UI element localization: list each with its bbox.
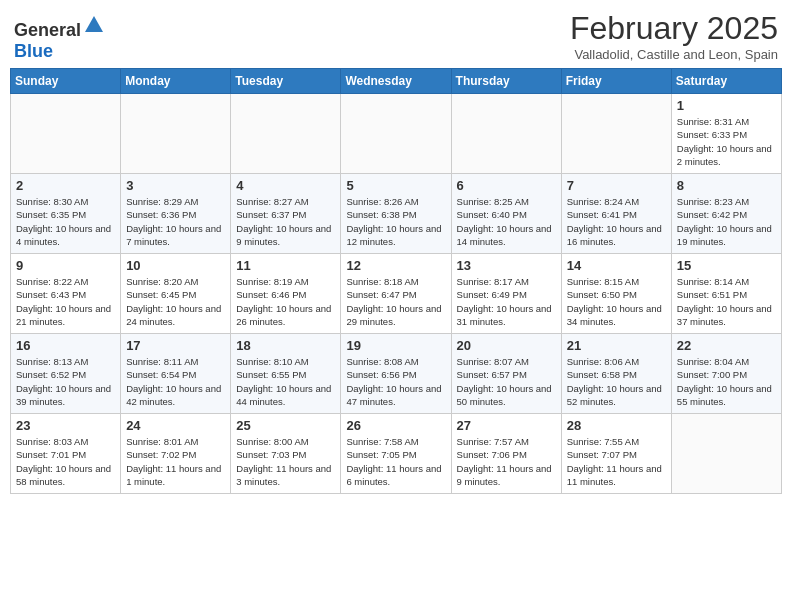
weekday-sunday: Sunday [11, 69, 121, 94]
weekday-wednesday: Wednesday [341, 69, 451, 94]
day-number: 3 [126, 178, 225, 193]
day-info: Sunrise: 8:25 AM Sunset: 6:40 PM Dayligh… [457, 195, 556, 248]
calendar-cell: 5Sunrise: 8:26 AM Sunset: 6:38 PM Daylig… [341, 174, 451, 254]
calendar-week-4: 16Sunrise: 8:13 AM Sunset: 6:52 PM Dayli… [11, 334, 782, 414]
svg-marker-0 [85, 16, 103, 32]
calendar-cell: 12Sunrise: 8:18 AM Sunset: 6:47 PM Dayli… [341, 254, 451, 334]
day-number: 22 [677, 338, 776, 353]
day-info: Sunrise: 8:27 AM Sunset: 6:37 PM Dayligh… [236, 195, 335, 248]
weekday-saturday: Saturday [671, 69, 781, 94]
calendar-week-2: 2Sunrise: 8:30 AM Sunset: 6:35 PM Daylig… [11, 174, 782, 254]
calendar-cell: 14Sunrise: 8:15 AM Sunset: 6:50 PM Dayli… [561, 254, 671, 334]
calendar-week-1: 1Sunrise: 8:31 AM Sunset: 6:33 PM Daylig… [11, 94, 782, 174]
day-number: 28 [567, 418, 666, 433]
day-info: Sunrise: 8:26 AM Sunset: 6:38 PM Dayligh… [346, 195, 445, 248]
logo-blue: Blue [14, 41, 53, 61]
day-number: 7 [567, 178, 666, 193]
calendar-cell [451, 94, 561, 174]
weekday-friday: Friday [561, 69, 671, 94]
calendar-cell: 22Sunrise: 8:04 AM Sunset: 7:00 PM Dayli… [671, 334, 781, 414]
calendar-table: SundayMondayTuesdayWednesdayThursdayFrid… [10, 68, 782, 494]
day-number: 10 [126, 258, 225, 273]
calendar-cell [11, 94, 121, 174]
calendar-cell: 18Sunrise: 8:10 AM Sunset: 6:55 PM Dayli… [231, 334, 341, 414]
weekday-header-row: SundayMondayTuesdayWednesdayThursdayFrid… [11, 69, 782, 94]
day-number: 2 [16, 178, 115, 193]
calendar-cell [671, 414, 781, 494]
day-info: Sunrise: 8:24 AM Sunset: 6:41 PM Dayligh… [567, 195, 666, 248]
calendar-cell: 24Sunrise: 8:01 AM Sunset: 7:02 PM Dayli… [121, 414, 231, 494]
day-info: Sunrise: 8:08 AM Sunset: 6:56 PM Dayligh… [346, 355, 445, 408]
calendar-cell [231, 94, 341, 174]
day-number: 17 [126, 338, 225, 353]
calendar-cell: 20Sunrise: 8:07 AM Sunset: 6:57 PM Dayli… [451, 334, 561, 414]
calendar-cell: 11Sunrise: 8:19 AM Sunset: 6:46 PM Dayli… [231, 254, 341, 334]
calendar-cell [341, 94, 451, 174]
day-info: Sunrise: 8:15 AM Sunset: 6:50 PM Dayligh… [567, 275, 666, 328]
calendar-cell: 4Sunrise: 8:27 AM Sunset: 6:37 PM Daylig… [231, 174, 341, 254]
calendar-cell: 16Sunrise: 8:13 AM Sunset: 6:52 PM Dayli… [11, 334, 121, 414]
calendar-cell [561, 94, 671, 174]
calendar-week-5: 23Sunrise: 8:03 AM Sunset: 7:01 PM Dayli… [11, 414, 782, 494]
calendar-cell [121, 94, 231, 174]
day-info: Sunrise: 8:30 AM Sunset: 6:35 PM Dayligh… [16, 195, 115, 248]
logo-general: General [14, 20, 81, 40]
calendar-cell: 2Sunrise: 8:30 AM Sunset: 6:35 PM Daylig… [11, 174, 121, 254]
day-number: 20 [457, 338, 556, 353]
day-info: Sunrise: 8:04 AM Sunset: 7:00 PM Dayligh… [677, 355, 776, 408]
calendar-cell: 9Sunrise: 8:22 AM Sunset: 6:43 PM Daylig… [11, 254, 121, 334]
calendar-cell: 26Sunrise: 7:58 AM Sunset: 7:05 PM Dayli… [341, 414, 451, 494]
day-info: Sunrise: 8:03 AM Sunset: 7:01 PM Dayligh… [16, 435, 115, 488]
day-info: Sunrise: 8:31 AM Sunset: 6:33 PM Dayligh… [677, 115, 776, 168]
calendar-cell: 27Sunrise: 7:57 AM Sunset: 7:06 PM Dayli… [451, 414, 561, 494]
day-number: 11 [236, 258, 335, 273]
day-info: Sunrise: 7:58 AM Sunset: 7:05 PM Dayligh… [346, 435, 445, 488]
weekday-thursday: Thursday [451, 69, 561, 94]
calendar-cell: 19Sunrise: 8:08 AM Sunset: 6:56 PM Dayli… [341, 334, 451, 414]
weekday-tuesday: Tuesday [231, 69, 341, 94]
day-info: Sunrise: 8:22 AM Sunset: 6:43 PM Dayligh… [16, 275, 115, 328]
day-number: 23 [16, 418, 115, 433]
day-info: Sunrise: 8:10 AM Sunset: 6:55 PM Dayligh… [236, 355, 335, 408]
day-info: Sunrise: 8:00 AM Sunset: 7:03 PM Dayligh… [236, 435, 335, 488]
logo-icon [83, 14, 105, 36]
calendar-header: SundayMondayTuesdayWednesdayThursdayFrid… [11, 69, 782, 94]
day-info: Sunrise: 8:18 AM Sunset: 6:47 PM Dayligh… [346, 275, 445, 328]
location-subtitle: Valladolid, Castille and Leon, Spain [570, 47, 778, 62]
calendar-cell: 21Sunrise: 8:06 AM Sunset: 6:58 PM Dayli… [561, 334, 671, 414]
calendar-cell: 1Sunrise: 8:31 AM Sunset: 6:33 PM Daylig… [671, 94, 781, 174]
day-number: 19 [346, 338, 445, 353]
logo-wordmark: General Blue [14, 14, 105, 62]
day-number: 25 [236, 418, 335, 433]
day-info: Sunrise: 8:29 AM Sunset: 6:36 PM Dayligh… [126, 195, 225, 248]
day-info: Sunrise: 8:23 AM Sunset: 6:42 PM Dayligh… [677, 195, 776, 248]
day-info: Sunrise: 8:19 AM Sunset: 6:46 PM Dayligh… [236, 275, 335, 328]
calendar-cell: 17Sunrise: 8:11 AM Sunset: 6:54 PM Dayli… [121, 334, 231, 414]
day-info: Sunrise: 7:55 AM Sunset: 7:07 PM Dayligh… [567, 435, 666, 488]
calendar-cell: 13Sunrise: 8:17 AM Sunset: 6:49 PM Dayli… [451, 254, 561, 334]
day-number: 14 [567, 258, 666, 273]
page-header: General Blue February 2025 Valladolid, C… [10, 10, 782, 62]
day-number: 8 [677, 178, 776, 193]
title-section: February 2025 Valladolid, Castille and L… [570, 10, 778, 62]
day-info: Sunrise: 8:14 AM Sunset: 6:51 PM Dayligh… [677, 275, 776, 328]
day-info: Sunrise: 8:11 AM Sunset: 6:54 PM Dayligh… [126, 355, 225, 408]
calendar-cell: 25Sunrise: 8:00 AM Sunset: 7:03 PM Dayli… [231, 414, 341, 494]
logo: General Blue [14, 14, 105, 62]
day-number: 26 [346, 418, 445, 433]
day-number: 15 [677, 258, 776, 273]
calendar-cell: 8Sunrise: 8:23 AM Sunset: 6:42 PM Daylig… [671, 174, 781, 254]
day-number: 4 [236, 178, 335, 193]
day-info: Sunrise: 8:17 AM Sunset: 6:49 PM Dayligh… [457, 275, 556, 328]
month-year-title: February 2025 [570, 10, 778, 47]
day-info: Sunrise: 8:13 AM Sunset: 6:52 PM Dayligh… [16, 355, 115, 408]
day-number: 1 [677, 98, 776, 113]
day-number: 16 [16, 338, 115, 353]
day-info: Sunrise: 8:06 AM Sunset: 6:58 PM Dayligh… [567, 355, 666, 408]
calendar-cell: 23Sunrise: 8:03 AM Sunset: 7:01 PM Dayli… [11, 414, 121, 494]
calendar-cell: 15Sunrise: 8:14 AM Sunset: 6:51 PM Dayli… [671, 254, 781, 334]
day-info: Sunrise: 7:57 AM Sunset: 7:06 PM Dayligh… [457, 435, 556, 488]
day-number: 13 [457, 258, 556, 273]
weekday-monday: Monday [121, 69, 231, 94]
day-number: 5 [346, 178, 445, 193]
